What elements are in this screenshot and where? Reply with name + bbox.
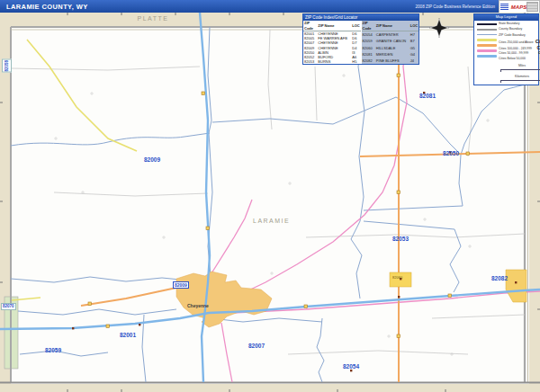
title-bar: LARAMIE COUNTY, WY 2008 ZIP Code Busines…	[0, 0, 540, 13]
col-header-name: ZIP Name	[375, 21, 410, 31]
boundary-line-sample	[477, 29, 497, 31]
road-color-sample	[477, 49, 497, 52]
boundary-line-sample	[477, 23, 497, 25]
col-header-loc: LOC	[351, 21, 360, 31]
col-header-name: ZIP Name	[317, 21, 351, 31]
col-header-loc: LOC	[410, 21, 418, 31]
legend-city-row: Cities Below 50,000 City	[499, 57, 540, 63]
index-row: 82054 CARPENTER H7	[362, 31, 419, 39]
index-row: 82082 PINE BLUFFS J4	[362, 58, 419, 64]
index-row: 82053 BURNS H5	[303, 59, 361, 64]
logo-badge	[526, 2, 538, 12]
road-color-sample	[477, 55, 497, 58]
logo-wave-icon	[500, 4, 508, 10]
legend-road-row	[475, 54, 499, 59]
road-color-sample	[477, 39, 497, 41]
scale-bar	[500, 80, 540, 83]
city-font-sample: City	[536, 39, 540, 44]
road-color-sample	[477, 44, 497, 47]
map-page: LARAMIE COUNTY, WY 2008 ZIP Code Busines…	[0, 0, 540, 392]
index-table-left: ZIP Code ZIP Name LOC 82001 CHEYENNE D6 …	[303, 21, 361, 64]
logo-brand-text: MAPS	[508, 4, 526, 10]
legend-title: Map Legend	[474, 14, 538, 21]
col-header-zip: ZIP Code	[362, 21, 375, 31]
index-table-right: ZIP Code ZIP Name LOC 82054 CARPENTER H7…	[362, 21, 419, 64]
legend-scale-row: Kilometers	[499, 75, 540, 84]
scale-bar	[500, 69, 540, 72]
col-header-zip: ZIP Code	[303, 21, 317, 31]
index-row: 82060 HILLSDALE G5	[362, 45, 419, 51]
index-table-title: ZIP Code Index/Grid Locator	[303, 14, 418, 21]
zip-code-index: ZIP Code Index/Grid Locator ZIP Code ZIP…	[302, 13, 419, 65]
city-font-sample: City	[537, 45, 540, 50]
legend-scale-row: Miles	[499, 64, 540, 73]
boundary-line-sample	[477, 34, 497, 35]
index-row: 82007 CHEYENNE D7	[303, 40, 361, 45]
county-map	[0, 13, 540, 392]
brand-logo: MAPS	[499, 0, 540, 13]
legend-city-row: Cities 100,000 - 249,999 City	[499, 45, 540, 51]
index-row: 82081 MERIDEN G4	[362, 51, 419, 58]
index-row: 82059 GRANITE CANON B7	[362, 38, 419, 44]
map-legend: Map Legend	[473, 13, 539, 85]
page-title: LARAMIE COUNTY, WY	[0, 3, 88, 11]
